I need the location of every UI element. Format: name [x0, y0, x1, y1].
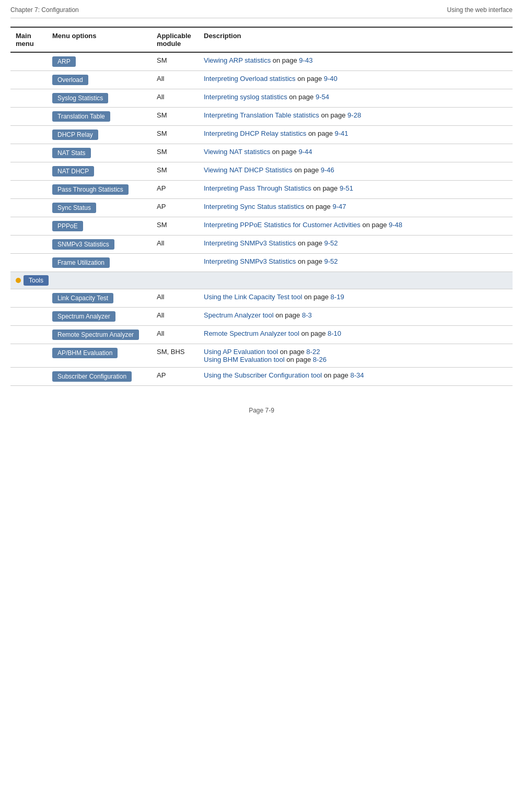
ap-eval-page-link[interactable]: 8-22: [306, 348, 320, 356]
pass-through-button[interactable]: Pass Through Statistics: [52, 184, 129, 195]
table-row: PPPoE SM Interpreting PPPoE Statistics f…: [10, 217, 513, 236]
desc-cell: Interpreting SNMPv3 Statistics on page 9…: [199, 254, 513, 272]
spectrum-analyzer-button[interactable]: Spectrum Analyzer: [52, 311, 115, 322]
pass-through-page-link[interactable]: 9-51: [340, 184, 353, 192]
nat-dhcp-button[interactable]: NAT DHCP: [52, 166, 94, 176]
table-row: Spectrum Analyzer All Spectrum Analyzer …: [10, 308, 513, 326]
spectrum-analyzer-page-link[interactable]: 8-3: [302, 311, 312, 319]
pppoe-link[interactable]: Interpreting PPPoE Statistics for Custom…: [204, 221, 361, 229]
menu-cell: Subscriber Configuration: [47, 368, 152, 386]
tools-dot-icon: [16, 278, 21, 283]
link-capacity-button[interactable]: Link Capacity Test: [52, 293, 113, 303]
nat-stats-link[interactable]: Viewing NAT statistics: [204, 148, 270, 156]
module-cell: SM, BHS: [152, 344, 199, 368]
ap-eval-link[interactable]: Using AP Evaluation tool: [204, 348, 278, 356]
remote-spectrum-page-link[interactable]: 8-10: [328, 329, 341, 337]
arp-button[interactable]: ARP: [52, 56, 76, 67]
col-header-main: Mainmenu: [10, 27, 47, 52]
spectrum-analyzer-link[interactable]: Spectrum Analyzer tool: [204, 311, 274, 319]
overload-link[interactable]: Interpreting Overload statistics: [204, 75, 296, 83]
section-label: Using the web interface: [447, 6, 513, 14]
pppoe-button[interactable]: PPPoE: [52, 221, 83, 231]
bhm-eval-page-link[interactable]: 8-26: [313, 356, 327, 363]
dhcp-relay-link[interactable]: Interpreting DHCP Relay statistics: [204, 130, 306, 137]
module-cell: SM: [152, 52, 199, 71]
col-header-desc: Description: [199, 27, 513, 52]
main-cell: [10, 89, 47, 108]
menu-cell: SNMPv3 Statistics: [47, 236, 152, 254]
module-cell: All: [152, 289, 199, 308]
nat-stats-page-link[interactable]: 9-44: [298, 148, 312, 156]
subscriber-config-page-link[interactable]: 8-34: [350, 371, 364, 379]
main-cell: [10, 71, 47, 89]
module-cell: All: [152, 236, 199, 254]
sync-status-link[interactable]: Interpreting Sync Status statistics: [204, 203, 304, 210]
main-table: Mainmenu Menu options Applicablemodule D…: [10, 27, 513, 386]
menu-cell: NAT DHCP: [47, 162, 152, 181]
syslog-page-link[interactable]: 9-54: [316, 93, 329, 101]
overload-page-link[interactable]: 9-40: [324, 75, 338, 83]
nat-dhcp-page-link[interactable]: 9-46: [321, 166, 334, 174]
menu-cell: Translation Table: [47, 108, 152, 126]
dhcp-relay-button[interactable]: DHCP Relay: [52, 130, 98, 140]
frame-util-button[interactable]: Frame Utilization: [52, 257, 110, 268]
frame-util-link[interactable]: Interpreting SNMPv3 Statistics: [204, 257, 296, 265]
arp-page-link[interactable]: 9-43: [299, 56, 312, 64]
page-number: Page 7-9: [249, 407, 274, 414]
link-capacity-page-link[interactable]: 8-19: [331, 293, 344, 301]
module-cell: AP: [152, 199, 199, 217]
dhcp-relay-page-link[interactable]: 9-41: [335, 130, 348, 137]
pppoe-page-link[interactable]: 9-48: [389, 221, 402, 229]
snmpv3-page-link[interactable]: 9-52: [324, 239, 338, 247]
tools-cell: Tools: [10, 272, 513, 289]
remote-spectrum-button[interactable]: Remote Spectrum Analyzer: [52, 329, 139, 340]
desc-cell: Viewing NAT statistics on page 9-44: [199, 144, 513, 162]
snmpv3-button[interactable]: SNMPv3 Statistics: [52, 239, 114, 250]
syslog-button[interactable]: Syslog Statistics: [52, 93, 108, 103]
main-cell: [10, 52, 47, 71]
menu-cell: Sync Status: [47, 199, 152, 217]
translation-table-button[interactable]: Translation Table: [52, 111, 110, 122]
ap-bhm-button[interactable]: AP/BHM Evaluation: [52, 348, 118, 358]
table-row: DHCP Relay SM Interpreting DHCP Relay st…: [10, 126, 513, 144]
pass-through-link[interactable]: Interpreting Pass Through Statistics: [204, 184, 311, 192]
module-cell: SM: [152, 126, 199, 144]
table-row: NAT Stats SM Viewing NAT statistics on p…: [10, 144, 513, 162]
translation-page-link[interactable]: 9-28: [347, 111, 361, 119]
translation-link[interactable]: Interpreting Translation Table statistic…: [204, 111, 319, 119]
syslog-link[interactable]: Interpreting syslog statistics: [204, 93, 287, 101]
main-cell: [10, 144, 47, 162]
main-cell: [10, 162, 47, 181]
nat-dhcp-link[interactable]: Viewing NAT DHCP Statistics: [204, 166, 293, 174]
desc-cell: Interpreting Translation Table statistic…: [199, 108, 513, 126]
subscriber-config-button[interactable]: Subscriber Configuration: [52, 371, 132, 382]
col-header-menu: Menu options: [47, 27, 152, 52]
menu-cell: ARP: [47, 52, 152, 71]
sync-status-page-link[interactable]: 9-47: [332, 203, 346, 210]
overload-button[interactable]: Overload: [52, 75, 88, 85]
desc-cell: Interpreting PPPoE Statistics for Custom…: [199, 217, 513, 236]
module-cell: SM: [152, 217, 199, 236]
menu-cell: Frame Utilization: [47, 254, 152, 272]
main-cell: [10, 236, 47, 254]
bhm-eval-link[interactable]: Using BHM Evaluation tool: [204, 356, 285, 363]
module-cell: [152, 254, 199, 272]
nat-stats-button[interactable]: NAT Stats: [52, 148, 91, 158]
tools-button[interactable]: Tools: [24, 275, 49, 286]
remote-spectrum-link[interactable]: Remote Spectrum Analyzer tool: [204, 329, 299, 337]
link-capacity-link[interactable]: Using the Link Capacity Test tool: [204, 293, 302, 301]
desc-cell: Using the Subscriber Configuration tool …: [199, 368, 513, 386]
table-row: ARP SM Viewing ARP statistics on page 9-…: [10, 52, 513, 71]
table-row: NAT DHCP SM Viewing NAT DHCP Statistics …: [10, 162, 513, 181]
table-row: AP/BHM Evaluation SM, BHS Using AP Evalu…: [10, 344, 513, 368]
sync-status-button[interactable]: Sync Status: [52, 203, 96, 213]
snmpv3-link[interactable]: Interpreting SNMPv3 Statistics: [204, 239, 296, 247]
table-row: Overload All Interpreting Overload stati…: [10, 71, 513, 89]
desc-cell: Viewing ARP statistics on page 9-43: [199, 52, 513, 71]
frame-util-page-link[interactable]: 9-52: [324, 257, 338, 265]
module-cell: All: [152, 71, 199, 89]
subscriber-config-link[interactable]: Using the Subscriber Configuration tool: [204, 371, 322, 379]
arp-link[interactable]: Viewing ARP statistics: [204, 56, 271, 64]
main-cell: [10, 108, 47, 126]
module-cell: All: [152, 89, 199, 108]
